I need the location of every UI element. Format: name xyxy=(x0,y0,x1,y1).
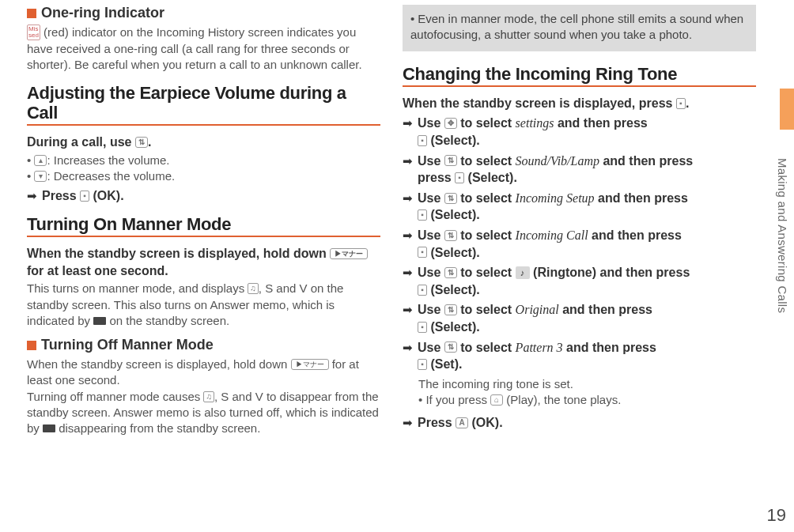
nav-multi-icon: ✥ xyxy=(444,118,457,129)
v-icon: V xyxy=(255,390,263,403)
arrow-icon: ➡ xyxy=(403,116,413,130)
heading-underline xyxy=(27,236,380,237)
arrow-icon: ➡ xyxy=(403,416,413,430)
manner-off-heading: Turning Off Manner Mode xyxy=(27,337,380,353)
arrow-icon: ➡ xyxy=(403,154,413,168)
page-number: 19 xyxy=(767,505,786,526)
s-icon: S xyxy=(221,390,229,403)
step-incoming-setup: Use ⇅ to select Incoming Setup and then … xyxy=(418,190,688,224)
center-key-icon: ▪ xyxy=(80,191,89,202)
press-ok: Press ▪ (OK). xyxy=(42,187,124,205)
ringtone-icon: ♪ xyxy=(516,266,530,279)
manner-on-body: This turns on manner mode, and displays … xyxy=(27,281,380,329)
one-ring-title: One-ring Indicator xyxy=(41,5,164,21)
square-bullet-icon xyxy=(27,341,36,350)
arrow-icon: ➡ xyxy=(403,303,413,317)
s-icon: S xyxy=(265,281,273,295)
manner-on-heading: Turning On Manner Mode xyxy=(27,214,380,234)
nav-up-icon: ▴ xyxy=(34,155,47,166)
arrow-icon: ➡ xyxy=(403,228,413,243)
arrow-icon: ➡ xyxy=(403,191,413,206)
app-key-icon: ⌂ xyxy=(490,394,503,406)
nav-updown-icon: ⇅ xyxy=(444,230,457,241)
ring-lead: When the standby screen is displayed, pr… xyxy=(403,95,756,112)
heading-underline xyxy=(403,85,756,87)
nav-updown-icon: ⇅ xyxy=(444,341,457,353)
manner-on-lead: When the standby screen is displayed, ho… xyxy=(27,245,380,279)
manner-key-icon: ▶マナー xyxy=(291,359,329,370)
center-key-icon: ▪ xyxy=(418,285,427,296)
vibrate-icon: ♫ xyxy=(203,391,214,402)
center-key-icon: ▪ xyxy=(418,209,427,221)
memo-icon xyxy=(93,317,106,325)
note-box: •Even in manner mode, the cell phone sti… xyxy=(403,5,756,51)
step-soundvib: Use ⇅ to select Sound/Vib/Lamp and then … xyxy=(418,153,693,187)
nav-updown-icon: ⇅ xyxy=(135,137,148,148)
center-key-icon: ▪ xyxy=(676,98,686,109)
heading-underline xyxy=(27,124,380,126)
manner-off-body: When the standby screen is displayed, ho… xyxy=(27,357,380,436)
nav-updown-icon: ⇅ xyxy=(444,267,457,278)
one-ring-heading: One-ring Indicator xyxy=(27,5,380,21)
arrow-icon: ➡ xyxy=(403,341,413,355)
section-label: Making and Answering Calls xyxy=(776,158,789,313)
center-key-icon: ▪ xyxy=(418,322,427,333)
center-key-icon: ▪ xyxy=(455,172,464,183)
center-key-icon: ▪ xyxy=(418,247,427,258)
one-ring-body: Missed (red) indicator on the Incoming H… xyxy=(27,25,380,74)
arrow-icon: ➡ xyxy=(27,189,37,203)
missed-icon: Missed xyxy=(27,25,40,40)
arrow-icon: ➡ xyxy=(403,266,413,280)
v-icon: V xyxy=(300,281,308,295)
step-original: Use ⇅ to select Original and then press▪… xyxy=(418,301,652,335)
memo-icon xyxy=(43,424,55,432)
play-note: • If you press ⌂ (Play), the tone plays. xyxy=(418,392,756,408)
step-final-ok: Press A (OK). xyxy=(418,414,503,432)
earpiece-lead: During a call, use ⇅. xyxy=(27,134,380,151)
vibrate-icon: ♫ xyxy=(248,283,259,294)
nav-updown-icon: ⇅ xyxy=(444,193,457,204)
vol-inc-line: • ▴: Increases the volume. xyxy=(27,153,380,168)
vol-dec-line: • ▾: Decreases the volume. xyxy=(27,168,380,184)
step-ringtone: Use ⇅ to select ♪ (Ringtone) and then pr… xyxy=(418,264,690,298)
manner-key-icon: ▶マナー xyxy=(330,248,368,259)
center-key-icon: ▪ xyxy=(418,359,427,370)
nav-updown-icon: ⇅ xyxy=(444,304,457,315)
center-key-icon: ▪ xyxy=(418,135,427,146)
step-incoming-call: Use ⇅ to select Incoming Call and then p… xyxy=(418,227,682,261)
nav-updown-icon: ⇅ xyxy=(444,155,457,166)
ring-heading: Changing the Incoming Ring Tone xyxy=(403,64,756,84)
earpiece-heading: Adjusting the Earpiece Volume during a C… xyxy=(27,83,380,123)
home-key-icon: A xyxy=(456,417,468,428)
square-bullet-icon xyxy=(27,9,36,18)
step-settings: Use ✥ to select settings and then press▪… xyxy=(418,115,648,149)
step-pattern3: Use ⇅ to select Pattern 3 and then press… xyxy=(418,339,656,373)
nav-down-icon: ▾ xyxy=(34,171,47,182)
set-note: The incoming ring tone is set. xyxy=(418,376,756,392)
section-tab xyxy=(780,89,794,130)
